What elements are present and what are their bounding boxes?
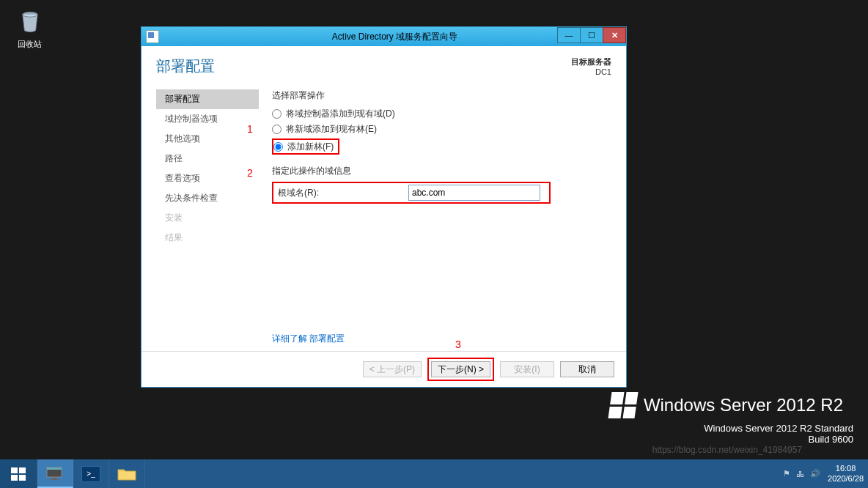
minimize-button[interactable]: —	[557, 27, 581, 43]
wizard-steps-sidebar: 部署配置 域控制器选项 其他选项 路径 查看选项 先决条件检查 安装 结果	[156, 89, 259, 351]
step-results: 结果	[156, 228, 259, 248]
step-deployment-config[interactable]: 部署配置	[156, 89, 259, 109]
step-prereq-check[interactable]: 先决条件检查	[156, 188, 259, 208]
svg-rect-5	[19, 475, 26, 481]
close-button[interactable]: ✕	[603, 27, 626, 43]
svg-rect-8	[52, 478, 56, 479]
step-install: 安装	[156, 208, 259, 228]
svg-rect-4	[11, 475, 18, 481]
taskbar-server-manager[interactable]	[37, 459, 73, 488]
tray-network-icon[interactable]: 🖧	[796, 470, 804, 478]
target-server-label: 目标服务器	[571, 56, 611, 67]
step-additional-options[interactable]: 其他选项	[156, 129, 259, 149]
windows-logo-icon	[608, 392, 638, 418]
annotation-box-3: 下一步(N) >	[427, 358, 494, 381]
system-tray[interactable]: ⚑ 🖧 🔊	[783, 469, 820, 478]
tray-volume-icon[interactable]: 🔊	[810, 469, 820, 478]
radio-new-forest-label: 添加新林(F)	[287, 141, 334, 153]
step-paths[interactable]: 路径	[156, 149, 259, 169]
cancel-button[interactable]: 取消	[560, 361, 614, 377]
select-operation-label: 选择部署操作	[272, 89, 611, 102]
taskbar-right: ⚑ 🖧 🔊 16:08 2020/6/28	[783, 459, 868, 488]
install-button: 安装(I)	[500, 361, 554, 377]
radio-add-dc-to-domain[interactable]: 将域控制器添加到现有域(D)	[272, 108, 611, 120]
powershell-icon: >_	[81, 466, 100, 482]
desktop-build-info: Windows Server 2012 R2 Standard Build 96…	[704, 423, 853, 445]
deployment-operation-radios: 将域控制器添加到现有域(D) 将新域添加到现有林(E) 添加新林(F)	[272, 108, 611, 155]
recycle-bin[interactable]: 回收站	[13, 7, 46, 50]
root-domain-input[interactable]	[408, 185, 540, 201]
svg-rect-3	[19, 467, 26, 473]
domain-info-label: 指定此操作的域信息	[272, 165, 611, 177]
maximize-button[interactable]: ☐	[580, 27, 603, 43]
tray-flag-icon[interactable]: ⚑	[783, 469, 790, 478]
taskbar-explorer[interactable]	[109, 459, 145, 488]
taskbar[interactable]: >_ ⚑ 🖧 🔊 16:08 2020/6/28	[0, 459, 868, 488]
svg-rect-7	[47, 467, 62, 470]
folder-icon	[117, 467, 136, 481]
server-manager-icon	[45, 465, 65, 481]
radio-new-forest-input[interactable]	[273, 142, 283, 152]
annotation-2: 2	[247, 167, 253, 179]
target-server-value: DC1	[571, 67, 611, 76]
desktop-branding: Windows Server 2012 R2	[610, 392, 843, 418]
root-domain-label: 根域名(R):	[278, 187, 408, 199]
annotation-1: 1	[247, 123, 253, 135]
ad-ds-config-wizard: Active Directory 域服务配置向导 — ☐ ✕ 部署配置 目标服务…	[141, 26, 627, 388]
radio-add-dc-input[interactable]	[272, 109, 282, 119]
recycle-bin-icon	[15, 7, 45, 37]
wizard-icon	[146, 30, 159, 43]
taskbar-clock[interactable]: 16:08 2020/6/28	[828, 464, 864, 483]
branding-text: Windows Server 2012 R2	[644, 395, 843, 415]
learn-more-link[interactable]: 部署配置	[309, 333, 345, 344]
svg-rect-2	[11, 467, 18, 473]
desktop: 回收站 Active Directory 域服务配置向导 — ☐ ✕ 部署配置 …	[0, 0, 868, 459]
radio-add-domain-to-forest[interactable]: 将新域添加到现有林(E)	[272, 123, 611, 136]
svg-rect-9	[50, 479, 59, 480]
watermark-text: https://blog.csdn.net/weixin_41984957	[652, 445, 802, 455]
radio-add-domain-input[interactable]	[272, 125, 282, 134]
start-button[interactable]	[0, 459, 37, 488]
wizard-footer: 3 < 上一步(P) 下一步(N) > 安装(I) 取消	[141, 351, 626, 387]
annotation-box-2: 根域名(R):	[272, 182, 551, 204]
next-button[interactable]: 下一步(N) >	[431, 361, 490, 377]
step-review-options[interactable]: 查看选项	[156, 169, 259, 188]
recycle-bin-label: 回收站	[13, 39, 46, 50]
titlebar[interactable]: Active Directory 域服务配置向导 — ☐ ✕	[141, 27, 626, 46]
learn-more-link-row: 详细了解 部署配置	[272, 333, 345, 345]
annotation-box-1: 添加新林(F)	[272, 138, 339, 155]
previous-button: < 上一步(P)	[363, 361, 422, 377]
wizard-main-panel: 1 2 选择部署操作 将域控制器添加到现有域(D) 将新域添加到现有林(E)	[259, 89, 611, 351]
page-heading: 部署配置	[156, 56, 215, 76]
annotation-3: 3	[455, 339, 461, 350]
step-dc-options[interactable]: 域控制器选项	[156, 109, 259, 129]
target-server-block: 目标服务器 DC1	[571, 56, 611, 76]
start-icon	[10, 465, 27, 483]
taskbar-powershell[interactable]: >_	[73, 459, 109, 488]
